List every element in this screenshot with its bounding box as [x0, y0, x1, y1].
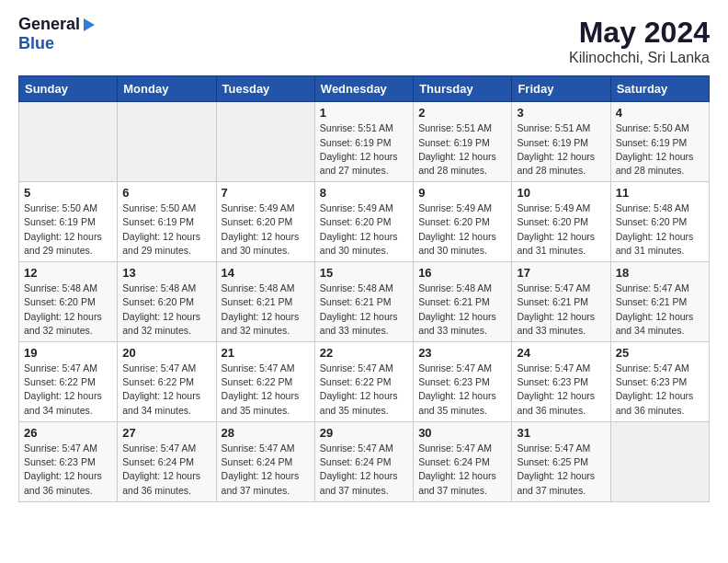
title-area: May 2024 Kilinochchi, Sri Lanka: [569, 15, 710, 66]
logo: General Blue: [18, 15, 95, 53]
day-info: Sunrise: 5:47 AM Sunset: 6:24 PM Dayligh…: [320, 442, 408, 498]
calendar-day-header: Wednesday: [314, 76, 413, 102]
calendar-cell: 16Sunrise: 5:48 AM Sunset: 6:21 PM Dayli…: [414, 262, 512, 342]
day-number: 20: [122, 346, 210, 360]
day-number: 11: [616, 186, 704, 200]
day-number: 8: [320, 186, 408, 200]
calendar-cell: 9Sunrise: 5:49 AM Sunset: 6:20 PM Daylig…: [414, 182, 512, 262]
calendar-cell: 14Sunrise: 5:48 AM Sunset: 6:21 PM Dayli…: [216, 262, 314, 342]
calendar-cell: 11Sunrise: 5:48 AM Sunset: 6:20 PM Dayli…: [610, 182, 709, 262]
day-info: Sunrise: 5:47 AM Sunset: 6:21 PM Dayligh…: [517, 282, 605, 338]
calendar-header-row: SundayMondayTuesdayWednesdayThursdayFrid…: [19, 76, 710, 102]
day-info: Sunrise: 5:47 AM Sunset: 6:23 PM Dayligh…: [24, 442, 112, 498]
day-info: Sunrise: 5:49 AM Sunset: 6:20 PM Dayligh…: [517, 201, 605, 258]
calendar-cell: 17Sunrise: 5:47 AM Sunset: 6:21 PM Dayli…: [512, 262, 610, 342]
calendar-cell: 13Sunrise: 5:48 AM Sunset: 6:20 PM Dayli…: [118, 262, 216, 342]
day-number: 18: [616, 266, 704, 280]
day-info: Sunrise: 5:47 AM Sunset: 6:22 PM Dayligh…: [122, 362, 210, 418]
calendar-cell: 6Sunrise: 5:50 AM Sunset: 6:19 PM Daylig…: [118, 182, 216, 262]
calendar-cell: 10Sunrise: 5:49 AM Sunset: 6:20 PM Dayli…: [512, 182, 610, 262]
day-number: 15: [320, 266, 408, 280]
day-info: Sunrise: 5:48 AM Sunset: 6:20 PM Dayligh…: [616, 201, 704, 258]
calendar-cell: 24Sunrise: 5:47 AM Sunset: 6:23 PM Dayli…: [512, 342, 610, 422]
day-number: 28: [222, 426, 310, 440]
day-info: Sunrise: 5:48 AM Sunset: 6:20 PM Dayligh…: [122, 282, 210, 338]
day-number: 12: [24, 266, 112, 280]
calendar-cell: 28Sunrise: 5:47 AM Sunset: 6:24 PM Dayli…: [216, 421, 314, 501]
calendar-cell: 4Sunrise: 5:50 AM Sunset: 6:19 PM Daylig…: [610, 102, 709, 182]
day-number: 17: [517, 266, 605, 280]
day-info: Sunrise: 5:48 AM Sunset: 6:21 PM Dayligh…: [222, 282, 310, 338]
logo-arrow-icon: [84, 18, 95, 31]
calendar-week-row: 12Sunrise: 5:48 AM Sunset: 6:20 PM Dayli…: [19, 262, 710, 342]
day-info: Sunrise: 5:49 AM Sunset: 6:20 PM Dayligh…: [320, 201, 408, 258]
day-number: 26: [24, 426, 112, 440]
day-info: Sunrise: 5:47 AM Sunset: 6:22 PM Dayligh…: [320, 362, 408, 418]
calendar-cell: 18Sunrise: 5:47 AM Sunset: 6:21 PM Dayli…: [610, 262, 709, 342]
logo-blue-text: Blue: [18, 34, 54, 52]
day-info: Sunrise: 5:51 AM Sunset: 6:19 PM Dayligh…: [418, 121, 506, 178]
calendar-day-header: Friday: [512, 76, 610, 102]
day-info: Sunrise: 5:49 AM Sunset: 6:20 PM Dayligh…: [222, 201, 310, 258]
day-info: Sunrise: 5:47 AM Sunset: 6:24 PM Dayligh…: [222, 442, 310, 498]
day-info: Sunrise: 5:48 AM Sunset: 6:20 PM Dayligh…: [24, 282, 112, 338]
day-info: Sunrise: 5:47 AM Sunset: 6:21 PM Dayligh…: [616, 282, 704, 338]
calendar-cell: 2Sunrise: 5:51 AM Sunset: 6:19 PM Daylig…: [414, 102, 512, 182]
calendar-week-row: 19Sunrise: 5:47 AM Sunset: 6:22 PM Dayli…: [19, 342, 710, 422]
day-info: Sunrise: 5:48 AM Sunset: 6:21 PM Dayligh…: [320, 282, 408, 338]
day-info: Sunrise: 5:48 AM Sunset: 6:21 PM Dayligh…: [418, 282, 506, 338]
calendar-cell: 3Sunrise: 5:51 AM Sunset: 6:19 PM Daylig…: [512, 102, 610, 182]
calendar-week-row: 1Sunrise: 5:51 AM Sunset: 6:19 PM Daylig…: [19, 102, 710, 182]
calendar-cell: [610, 421, 709, 501]
calendar-cell: 25Sunrise: 5:47 AM Sunset: 6:23 PM Dayli…: [610, 342, 709, 422]
day-number: 6: [122, 186, 210, 200]
calendar-cell: 29Sunrise: 5:47 AM Sunset: 6:24 PM Dayli…: [314, 421, 413, 501]
day-number: 3: [517, 106, 605, 120]
day-number: 23: [418, 346, 506, 360]
calendar-cell: 1Sunrise: 5:51 AM Sunset: 6:19 PM Daylig…: [314, 102, 413, 182]
day-info: Sunrise: 5:47 AM Sunset: 6:23 PM Dayligh…: [616, 362, 704, 418]
calendar-title: May 2024: [569, 15, 710, 50]
calendar-cell: 20Sunrise: 5:47 AM Sunset: 6:22 PM Dayli…: [118, 342, 216, 422]
day-number: 4: [616, 106, 704, 120]
day-info: Sunrise: 5:49 AM Sunset: 6:20 PM Dayligh…: [418, 201, 506, 258]
day-info: Sunrise: 5:50 AM Sunset: 6:19 PM Dayligh…: [616, 121, 704, 178]
calendar-cell: 7Sunrise: 5:49 AM Sunset: 6:20 PM Daylig…: [216, 182, 314, 262]
day-info: Sunrise: 5:51 AM Sunset: 6:19 PM Dayligh…: [320, 121, 408, 178]
day-info: Sunrise: 5:47 AM Sunset: 6:25 PM Dayligh…: [517, 442, 605, 498]
day-number: 2: [418, 106, 506, 120]
day-number: 14: [222, 266, 310, 280]
calendar-subtitle: Kilinochchi, Sri Lanka: [569, 50, 710, 66]
day-number: 25: [616, 346, 704, 360]
calendar-cell: 21Sunrise: 5:47 AM Sunset: 6:22 PM Dayli…: [216, 342, 314, 422]
day-number: 5: [24, 186, 112, 200]
day-info: Sunrise: 5:50 AM Sunset: 6:19 PM Dayligh…: [122, 201, 210, 258]
calendar-cell: 8Sunrise: 5:49 AM Sunset: 6:20 PM Daylig…: [314, 182, 413, 262]
calendar-cell: 5Sunrise: 5:50 AM Sunset: 6:19 PM Daylig…: [19, 182, 118, 262]
day-number: 31: [517, 426, 605, 440]
calendar-cell: 31Sunrise: 5:47 AM Sunset: 6:25 PM Dayli…: [512, 421, 610, 501]
day-info: Sunrise: 5:47 AM Sunset: 6:22 PM Dayligh…: [24, 362, 112, 418]
day-number: 30: [418, 426, 506, 440]
day-number: 29: [320, 426, 408, 440]
calendar-day-header: Tuesday: [216, 76, 314, 102]
calendar-cell: 30Sunrise: 5:47 AM Sunset: 6:24 PM Dayli…: [414, 421, 512, 501]
day-info: Sunrise: 5:47 AM Sunset: 6:23 PM Dayligh…: [517, 362, 605, 418]
calendar-cell: 27Sunrise: 5:47 AM Sunset: 6:24 PM Dayli…: [118, 421, 216, 501]
calendar-cell: [118, 102, 216, 182]
calendar-cell: 22Sunrise: 5:47 AM Sunset: 6:22 PM Dayli…: [314, 342, 413, 422]
calendar-day-header: Sunday: [19, 76, 118, 102]
day-number: 24: [517, 346, 605, 360]
calendar-cell: 26Sunrise: 5:47 AM Sunset: 6:23 PM Dayli…: [19, 421, 118, 501]
calendar-cell: 15Sunrise: 5:48 AM Sunset: 6:21 PM Dayli…: [314, 262, 413, 342]
calendar-week-row: 26Sunrise: 5:47 AM Sunset: 6:23 PM Dayli…: [19, 421, 710, 501]
calendar-cell: [19, 102, 118, 182]
day-number: 21: [222, 346, 310, 360]
day-number: 9: [418, 186, 506, 200]
calendar-cell: 12Sunrise: 5:48 AM Sunset: 6:20 PM Dayli…: [19, 262, 118, 342]
day-number: 13: [122, 266, 210, 280]
calendar-day-header: Monday: [118, 76, 216, 102]
calendar-week-row: 5Sunrise: 5:50 AM Sunset: 6:19 PM Daylig…: [19, 182, 710, 262]
header: General Blue May 2024 Kilinochchi, Sri L…: [18, 15, 710, 66]
day-info: Sunrise: 5:47 AM Sunset: 6:24 PM Dayligh…: [122, 442, 210, 498]
